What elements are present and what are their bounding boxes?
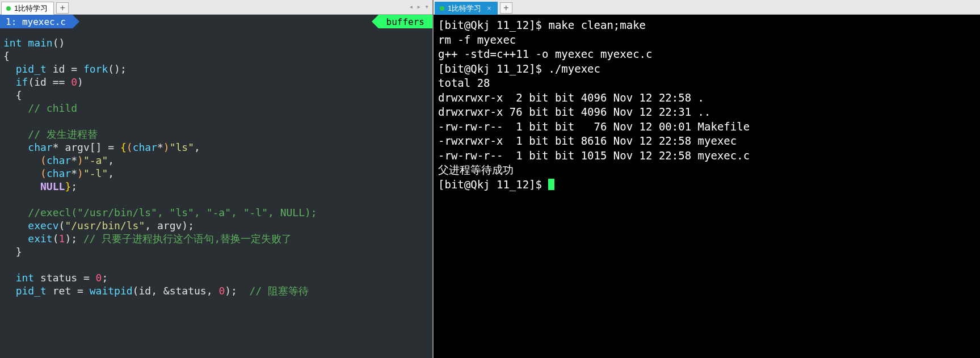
code-token: char [47,154,71,166]
terminal-line: -rwxrwxr-x 1 bit bit 8616 Nov 12 22:58 m… [438,134,737,147]
terminal-tabbar: 1比特学习 × + [434,0,980,15]
buffer-tab-active[interactable]: 1: myexec.c [0,15,73,28]
new-tab-button[interactable]: + [500,2,512,14]
close-icon[interactable]: × [487,4,491,12]
new-tab-button[interactable]: + [56,2,69,14]
code-token: id [53,63,65,75]
editor-pane: 1比特学习 + ◂ ▸ ▾ 1: myexec.c buffers int ma… [0,0,434,358]
code-token: 1 [59,233,65,245]
editor-tab-1[interactable]: 1比特学习 [1,2,54,15]
terminal-line: [bit@Qkj 11_12]$ make clean;make [438,19,646,31]
terminal-line: -rw-rw-r-- 1 bit bit 1015 Nov 12 22:58 m… [438,149,750,162]
code-token: char [47,167,71,179]
code-token: if [16,76,28,88]
code-string: "/usr/bin/ls" [65,220,145,231]
tab-label: 1比特学习 [448,3,481,14]
terminal-line: rm -f myexec [438,33,516,46]
buffer-filename: 1: myexec.c [6,16,66,27]
code-token: status [170,285,207,297]
tab-label: 1比特学习 [14,3,48,14]
bufferline: 1: myexec.c buffers [0,15,432,28]
code-editor[interactable]: int main() { pid_t id = fork(); if(id ==… [0,28,432,358]
terminal-line: drwxrwxr-x 2 bit bit 4096 Nov 12 22:58 . [438,91,704,104]
code-token: char [28,141,52,153]
code-token: char [133,141,157,153]
code-token: execv [28,220,58,231]
code-token: 0 [71,76,77,88]
plus-icon: + [60,3,65,13]
code-token: argv [65,141,89,153]
code-token: argv [157,220,182,231]
code-comment: // child [28,102,77,114]
terminal-pane: 1比特学习 × + [bit@Qkj 11_12]$ make clean;ma… [434,0,980,358]
tab-nav: ◂ ▸ ▾ [409,2,429,11]
code-comment: // 发生进程替 [28,128,98,140]
code-token: int [16,272,35,284]
terminal-tab-1[interactable]: 1比特学习 × [435,2,498,15]
code-comment: // 只要子进程执行这个语句,替换一定失败了 [83,233,292,245]
code-token: id [138,285,151,297]
terminal-line: 父进程等待成功 [438,163,514,176]
tab-modified-dot-icon [6,6,11,11]
terminal-prompt: [bit@Qkj 11_12]$ [438,178,548,191]
code-token: 0 [218,285,225,297]
terminal-line: -rw-rw-r-- 1 bit bit 76 Nov 12 00:01 Mak… [438,120,750,133]
nav-left-icon[interactable]: ◂ [409,2,414,11]
nav-right-icon[interactable]: ▸ [417,2,421,11]
buffers-indicator[interactable]: buffers [378,15,432,28]
code-token: id [34,76,47,88]
code-string: "-a" [83,154,108,166]
tab-modified-dot-icon [440,6,444,11]
plus-icon: + [503,3,508,13]
code-comment: //execl("/usr/bin/ls", "ls", "-a", "-l",… [28,207,317,218]
code-string: "ls" [170,141,194,153]
nav-down-icon[interactable]: ▾ [424,2,429,11]
code-token: ret [53,285,71,297]
terminal-line: total 28 [438,77,490,89]
code-token: pid_t [16,63,47,75]
code-token: int [3,37,22,49]
code-token: status [40,272,77,284]
code-token: pid_t [16,285,47,297]
code-token: exit [28,233,52,245]
terminal-line: g++ -std=c++11 -o myexec myexec.c [438,48,653,60]
cursor-icon [548,179,554,190]
editor-tabbar: 1比特学习 + ◂ ▸ ▾ [0,0,432,15]
terminal-line: [bit@Qkj 11_12]$ ./myexec [438,62,600,75]
buffers-label: buffers [386,16,424,27]
code-comment: // 阻塞等待 [250,285,309,297]
code-null: NULL [40,180,65,192]
code-token: fork [83,63,108,75]
code-token: main [28,37,52,49]
code-token: 0 [96,272,102,284]
code-string: "-l" [83,167,108,179]
code-token: waitpid [90,285,133,297]
terminal[interactable]: [bit@Qkj 11_12]$ make clean;make rm -f m… [434,15,980,358]
terminal-line: drwxrwxr-x 76 bit bit 4096 Nov 12 22:31 … [438,106,710,118]
